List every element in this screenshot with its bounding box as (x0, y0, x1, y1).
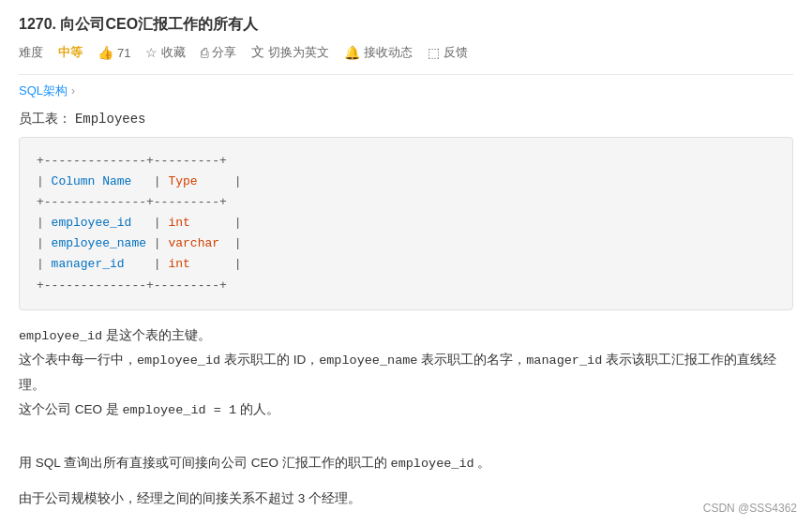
desc-line-3: 这个公司 CEO 是 employee_id = 1 的人。 (19, 398, 793, 423)
share-icon: ⎙ (201, 45, 208, 60)
problem-title: 1270. 向公司CEO汇报工作的所有人 (19, 15, 793, 35)
schema-table: +--------------+---------+ | Column Name… (19, 137, 793, 310)
breadcrumb-arrow-icon: › (71, 84, 75, 98)
star-icon: ☆ (145, 45, 158, 60)
divider (19, 74, 793, 75)
spacer2 (19, 517, 793, 526)
table-border-top: +--------------+---------+ (37, 151, 775, 172)
switch-label: 切换为英文 (268, 44, 329, 61)
breadcrumb-text: SQL架构 (19, 83, 68, 99)
table-row-employee-id: | employee_id | int | (37, 213, 775, 233)
note1: 由于公司规模较小，经理之间的间接关系不超过 3 个经理。 (19, 486, 793, 511)
notify-label: 接收动态 (364, 44, 413, 61)
like-button[interactable]: 👍 71 (98, 45, 130, 60)
breadcrumb[interactable]: SQL架构 › (19, 83, 793, 99)
table-header: | Column Name | Type | (37, 172, 775, 192)
table-row-manager-id: | manager_id | int | (37, 254, 775, 275)
credit-text: CSDN @SSS4362 (703, 502, 797, 515)
share-button[interactable]: ⎙ 分享 (201, 44, 236, 61)
collect-label: 收藏 (161, 44, 186, 61)
meta-row: 难度 中等 👍 71 ☆ 收藏 ⎙ 分享 文 切换为英文 🔔 接收动态 ⬚ 反馈 (19, 44, 793, 61)
spacer (19, 437, 793, 450)
like-count: 71 (117, 46, 130, 60)
page-wrapper: 1270. 向公司CEO汇报工作的所有人 难度 中等 👍 71 ☆ 收藏 ⎙ 分… (0, 0, 812, 526)
difficulty-label: 难度 (19, 44, 43, 61)
table-section-label: 员工表： Employees (19, 111, 793, 128)
like-icon: 👍 (98, 45, 113, 60)
table-row-employee-name: | employee_name | varchar | (37, 233, 775, 254)
feedback-icon: ⬚ (428, 45, 440, 60)
translate-icon: 文 (251, 44, 264, 61)
desc-line-2: 这个表中每一行中，employee_id 表示职工的 ID，employee_n… (19, 348, 793, 397)
difficulty-value: 中等 (58, 44, 83, 61)
description-block: employee_id 是这个表的主键。 这个表中每一行中，employee_i… (19, 323, 793, 423)
switch-lang-button[interactable]: 文 切换为英文 (251, 44, 329, 61)
collect-button[interactable]: ☆ 收藏 (145, 44, 186, 61)
share-label: 分享 (212, 44, 236, 61)
table-header-divider: +--------------+---------+ (37, 192, 775, 213)
notify-button[interactable]: 🔔 接收动态 (344, 44, 413, 61)
question-block: 用 SQL 查询出所有直接或可间接向公司 CEO 汇报工作的职工的 employ… (19, 450, 793, 476)
feedback-label: 反馈 (444, 44, 468, 61)
desc-line-1: employee_id 是这个表的主键。 (19, 323, 793, 349)
bell-icon: 🔔 (344, 45, 360, 60)
feedback-button[interactable]: ⬚ 反馈 (428, 44, 468, 61)
table-border-bottom: +--------------+---------+ (37, 276, 775, 296)
table-name: Employees (75, 112, 146, 127)
